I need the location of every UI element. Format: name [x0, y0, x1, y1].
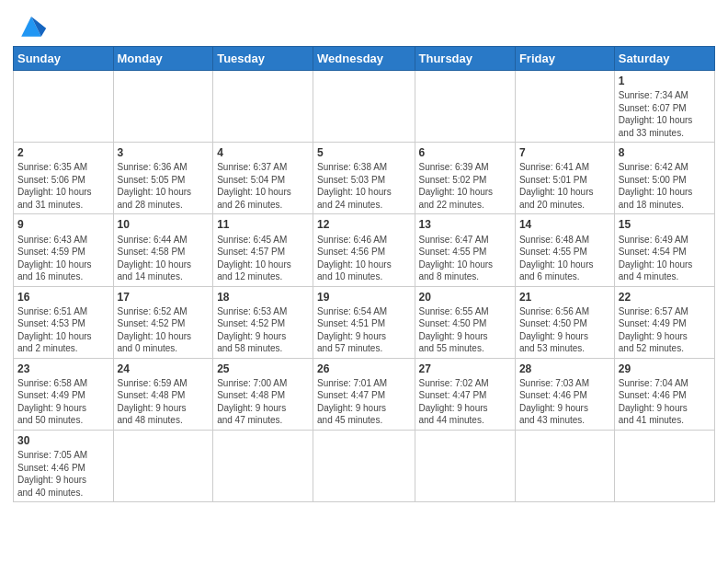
day-number: 14	[519, 217, 610, 232]
day-info: Sunrise: 6:47 AM Sunset: 4:55 PM Dayligh…	[419, 234, 511, 283]
week-row-2: 9Sunrise: 6:43 AM Sunset: 4:59 PM Daylig…	[14, 214, 715, 286]
day-number: 21	[519, 290, 610, 304]
day-cell: 4Sunrise: 6:37 AM Sunset: 5:04 PM Daylig…	[213, 143, 313, 214]
day-info: Sunrise: 6:52 AM Sunset: 4:52 PM Dayligh…	[118, 305, 210, 355]
day-cell: 29Sunrise: 7:04 AM Sunset: 4:46 PM Dayli…	[614, 358, 714, 430]
day-cell: 27Sunrise: 7:02 AM Sunset: 4:47 PM Dayli…	[415, 358, 515, 430]
week-row-3: 16Sunrise: 6:51 AM Sunset: 4:53 PM Dayli…	[14, 286, 715, 358]
day-info: Sunrise: 7:03 AM Sunset: 4:46 PM Dayligh…	[519, 377, 610, 427]
day-info: Sunrise: 6:54 AM Sunset: 4:51 PM Dayligh…	[317, 305, 410, 355]
day-cell: 28Sunrise: 7:03 AM Sunset: 4:46 PM Dayli…	[515, 358, 614, 430]
day-cell: 11Sunrise: 6:45 AM Sunset: 4:57 PM Dayli…	[213, 214, 313, 286]
day-number: 11	[217, 217, 309, 232]
day-cell: 8Sunrise: 6:42 AM Sunset: 5:00 PM Daylig…	[614, 143, 714, 214]
day-number: 6	[419, 145, 511, 160]
day-cell: 12Sunrise: 6:46 AM Sunset: 4:56 PM Dayli…	[313, 214, 415, 286]
day-number: 25	[217, 362, 309, 376]
weekday-header-sunday: Sunday	[14, 47, 114, 71]
day-number: 5	[317, 145, 410, 160]
day-info: Sunrise: 6:37 AM Sunset: 5:04 PM Dayligh…	[217, 161, 309, 211]
day-cell	[415, 430, 515, 501]
day-info: Sunrise: 6:36 AM Sunset: 5:05 PM Dayligh…	[118, 161, 210, 211]
day-number: 30	[17, 433, 109, 448]
logo-icon	[15, 13, 48, 39]
day-number: 28	[519, 362, 610, 376]
day-cell: 13Sunrise: 6:47 AM Sunset: 4:55 PM Dayli…	[415, 214, 515, 286]
day-number: 2	[17, 145, 109, 160]
day-cell: 26Sunrise: 7:01 AM Sunset: 4:47 PM Dayli…	[313, 358, 415, 430]
day-info: Sunrise: 7:04 AM Sunset: 4:46 PM Dayligh…	[619, 377, 711, 427]
day-number: 15	[619, 217, 711, 232]
weekday-header-row: SundayMondayTuesdayWednesdayThursdayFrid…	[14, 47, 715, 71]
calendar-table: SundayMondayTuesdayWednesdayThursdayFrid…	[13, 46, 715, 502]
weekday-header-wednesday: Wednesday	[313, 47, 415, 71]
day-cell: 14Sunrise: 6:48 AM Sunset: 4:55 PM Dayli…	[515, 214, 614, 286]
week-row-0: 1Sunrise: 7:34 AM Sunset: 6:07 PM Daylig…	[14, 71, 715, 143]
day-cell	[113, 430, 213, 501]
day-cell	[313, 71, 415, 143]
day-info: Sunrise: 6:57 AM Sunset: 4:49 PM Dayligh…	[619, 305, 711, 355]
day-info: Sunrise: 7:05 AM Sunset: 4:46 PM Dayligh…	[17, 449, 109, 499]
day-number: 29	[619, 362, 711, 376]
day-cell: 15Sunrise: 6:49 AM Sunset: 4:54 PM Dayli…	[614, 214, 714, 286]
day-number: 18	[217, 290, 309, 304]
week-row-5: 30Sunrise: 7:05 AM Sunset: 4:46 PM Dayli…	[14, 430, 715, 501]
day-cell: 17Sunrise: 6:52 AM Sunset: 4:52 PM Dayli…	[113, 286, 213, 358]
day-info: Sunrise: 6:39 AM Sunset: 5:02 PM Dayligh…	[419, 161, 511, 211]
day-number: 9	[17, 217, 109, 232]
day-info: Sunrise: 6:42 AM Sunset: 5:00 PM Dayligh…	[619, 161, 711, 211]
day-info: Sunrise: 6:56 AM Sunset: 4:50 PM Dayligh…	[519, 305, 610, 355]
day-number: 10	[118, 217, 210, 232]
day-number: 22	[619, 290, 711, 304]
day-info: Sunrise: 6:48 AM Sunset: 4:55 PM Dayligh…	[519, 234, 610, 283]
day-number: 23	[17, 362, 109, 376]
day-info: Sunrise: 6:43 AM Sunset: 4:59 PM Dayligh…	[17, 234, 109, 283]
day-cell: 24Sunrise: 6:59 AM Sunset: 4:48 PM Dayli…	[113, 358, 213, 430]
day-cell: 23Sunrise: 6:58 AM Sunset: 4:49 PM Dayli…	[14, 358, 114, 430]
day-info: Sunrise: 7:01 AM Sunset: 4:47 PM Dayligh…	[317, 377, 410, 427]
day-info: Sunrise: 6:44 AM Sunset: 4:58 PM Dayligh…	[118, 234, 210, 283]
day-number: 8	[619, 145, 711, 160]
day-number: 13	[419, 217, 511, 232]
day-number: 1	[619, 74, 711, 88]
day-number: 27	[419, 362, 511, 376]
day-cell	[213, 430, 313, 501]
week-row-4: 23Sunrise: 6:58 AM Sunset: 4:49 PM Dayli…	[14, 358, 715, 430]
day-number: 20	[419, 290, 511, 304]
day-cell: 30Sunrise: 7:05 AM Sunset: 4:46 PM Dayli…	[14, 430, 114, 501]
day-info: Sunrise: 6:45 AM Sunset: 4:57 PM Dayligh…	[217, 234, 309, 283]
day-info: Sunrise: 6:38 AM Sunset: 5:03 PM Dayligh…	[317, 161, 410, 211]
day-info: Sunrise: 7:34 AM Sunset: 6:07 PM Dayligh…	[619, 89, 711, 139]
day-info: Sunrise: 6:49 AM Sunset: 4:54 PM Dayligh…	[619, 234, 711, 283]
weekday-header-tuesday: Tuesday	[213, 47, 313, 71]
day-info: Sunrise: 6:41 AM Sunset: 5:01 PM Dayligh…	[519, 161, 610, 211]
day-info: Sunrise: 7:00 AM Sunset: 4:48 PM Dayligh…	[217, 377, 309, 427]
day-cell	[14, 71, 114, 143]
day-number: 19	[317, 290, 410, 304]
day-cell	[415, 71, 515, 143]
day-cell: 6Sunrise: 6:39 AM Sunset: 5:02 PM Daylig…	[415, 143, 515, 214]
day-cell	[313, 430, 415, 501]
day-info: Sunrise: 6:35 AM Sunset: 5:06 PM Dayligh…	[17, 161, 109, 211]
day-number: 4	[217, 145, 309, 160]
day-number: 16	[17, 290, 109, 304]
day-cell: 5Sunrise: 6:38 AM Sunset: 5:03 PM Daylig…	[313, 143, 415, 214]
logo	[13, 13, 48, 39]
weekday-header-saturday: Saturday	[614, 47, 714, 71]
day-info: Sunrise: 7:02 AM Sunset: 4:47 PM Dayligh…	[419, 377, 511, 427]
day-number: 24	[118, 362, 210, 376]
day-cell: 21Sunrise: 6:56 AM Sunset: 4:50 PM Dayli…	[515, 286, 614, 358]
day-number: 26	[317, 362, 410, 376]
day-cell: 20Sunrise: 6:55 AM Sunset: 4:50 PM Dayli…	[415, 286, 515, 358]
weekday-header-thursday: Thursday	[415, 47, 515, 71]
day-cell: 2Sunrise: 6:35 AM Sunset: 5:06 PM Daylig…	[14, 143, 114, 214]
day-cell: 22Sunrise: 6:57 AM Sunset: 4:49 PM Dayli…	[614, 286, 714, 358]
day-number: 12	[317, 217, 410, 232]
weekday-header-friday: Friday	[515, 47, 614, 71]
day-cell	[213, 71, 313, 143]
day-cell: 18Sunrise: 6:53 AM Sunset: 4:52 PM Dayli…	[213, 286, 313, 358]
day-number: 3	[118, 145, 210, 160]
weekday-header-monday: Monday	[113, 47, 213, 71]
day-cell: 3Sunrise: 6:36 AM Sunset: 5:05 PM Daylig…	[113, 143, 213, 214]
day-cell: 9Sunrise: 6:43 AM Sunset: 4:59 PM Daylig…	[14, 214, 114, 286]
